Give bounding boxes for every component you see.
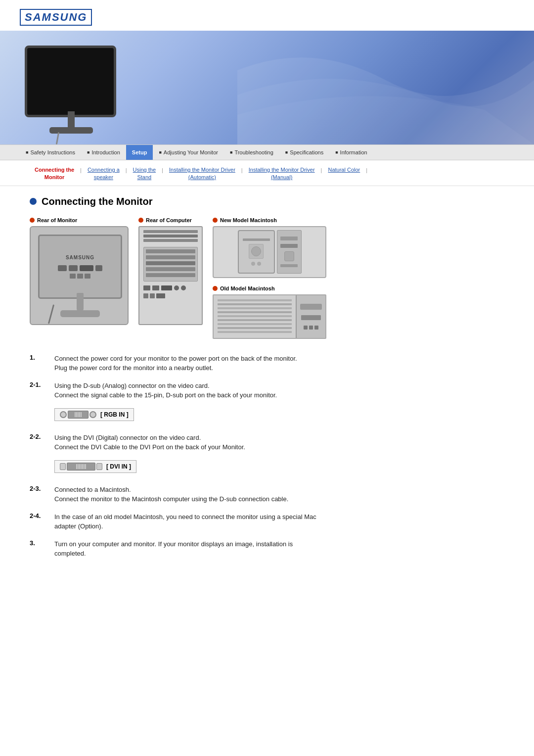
instruction-2-1-content: Using the D-sub (Analog) connector on th… bbox=[54, 381, 277, 425]
nav-adjusting-label: Adjusting Your Monitor bbox=[164, 149, 218, 155]
rear-computer-bullet bbox=[138, 218, 143, 223]
rgb-connector-row: [ RGB IN ] bbox=[54, 404, 277, 425]
rear-computer-label-row: Rear of Computer bbox=[138, 217, 192, 223]
nav-safety-label: Safety Instructions bbox=[30, 149, 75, 155]
title-bullet-icon bbox=[30, 198, 37, 205]
nav-specifications-label: Specifications bbox=[290, 149, 323, 155]
rear-monitor-label: Rear of Monitor bbox=[37, 217, 77, 223]
nav-bullet: ■ bbox=[285, 150, 288, 155]
samsung-logo: SAMSUNG bbox=[20, 9, 92, 26]
subnav-connecting-speaker[interactable]: Connecting aspeaker bbox=[83, 166, 125, 182]
subnav-installing-manual[interactable]: Installing the Monitor Driver(Manual) bbox=[244, 166, 320, 182]
instruction-1-num: 1. bbox=[30, 354, 44, 361]
nav-bullet: ■ bbox=[159, 150, 161, 155]
old-mac-bullet bbox=[213, 286, 218, 291]
nav-bullet: ■ bbox=[230, 150, 232, 155]
rgb-connector-box: [ RGB IN ] bbox=[54, 408, 134, 421]
macintosh-column: New Model Macintosh bbox=[213, 217, 326, 339]
rear-monitor-img: SAMSUNG bbox=[30, 226, 129, 325]
page-title-row: Connecting the Monitor bbox=[30, 196, 504, 207]
old-mac-label: Old Model Macintosh bbox=[220, 285, 275, 291]
instruction-2-2-content: Using the DVI (Digital) connector on the… bbox=[54, 433, 245, 477]
nav-introduction[interactable]: ■ Introduction bbox=[81, 145, 126, 160]
dvi-label: [ DVI IN ] bbox=[106, 463, 131, 470]
main-nav: ■ Safety Instructions ■ Introduction Set… bbox=[0, 144, 534, 160]
instruction-3-num: 3. bbox=[30, 539, 44, 547]
subnav-sep-2: | bbox=[125, 166, 128, 173]
rgb-connector-img bbox=[60, 411, 96, 419]
nav-setup[interactable]: Setup bbox=[126, 145, 153, 160]
subnav-natural-color[interactable]: Natural Color bbox=[323, 166, 365, 174]
instruction-2-3: 2-3. Connected to a Macintosh. Connect t… bbox=[30, 485, 504, 504]
banner-monitor-illustration bbox=[20, 41, 124, 144]
rear-monitor-section: Rear of Monitor SAMSUNG bbox=[30, 217, 129, 325]
nav-setup-label: Setup bbox=[132, 149, 147, 155]
page-header: SAMSUNG bbox=[0, 0, 534, 31]
new-mac-label: New Model Macintosh bbox=[220, 217, 277, 223]
instruction-1-text: Connect the power cord for your monitor … bbox=[54, 354, 297, 373]
page-title: Connecting the Monitor bbox=[42, 196, 152, 207]
instruction-2-1-text: Using the D-sub (Analog) connector on th… bbox=[54, 382, 277, 399]
dvi-connector-img bbox=[60, 463, 102, 471]
instruction-2-4-num: 2-4. bbox=[30, 512, 44, 520]
instruction-3-text: Turn on your computer and monitor. If yo… bbox=[54, 539, 293, 559]
instruction-2-1-num: 2-1. bbox=[30, 381, 44, 388]
nav-adjusting[interactable]: ■ Adjusting Your Monitor bbox=[153, 145, 224, 160]
new-mac-bullet bbox=[213, 218, 218, 223]
subnav-using-stand[interactable]: Using theStand bbox=[128, 166, 161, 182]
subnav-installing-auto[interactable]: Installing the Monitor Driver(Automatic) bbox=[164, 166, 240, 182]
instruction-2-4-text: In the case of an old model Macintosh, y… bbox=[54, 512, 316, 531]
subnav-connecting-monitor[interactable]: Connecting theMonitor bbox=[30, 166, 79, 182]
instruction-2-2-text: Using the DVI (Digital) connector on the… bbox=[54, 434, 245, 451]
nav-safety[interactable]: ■ Safety Instructions bbox=[20, 145, 81, 160]
banner-waves-svg bbox=[237, 31, 534, 144]
instruction-2-4: 2-4. In the case of an old model Macinto… bbox=[30, 512, 504, 531]
diagrams-row: Rear of Monitor SAMSUNG bbox=[30, 217, 504, 339]
instruction-3: 3. Turn on your computer and monitor. If… bbox=[30, 539, 504, 559]
new-mac-label-row: New Model Macintosh bbox=[213, 217, 277, 223]
instruction-2-1: 2-1. Using the D-sub (Analog) connector … bbox=[30, 381, 504, 425]
rear-computer-section: Rear of Computer bbox=[138, 217, 203, 325]
subnav-sep-3: | bbox=[161, 166, 164, 173]
subnav-sep-5: | bbox=[320, 166, 323, 173]
instruction-2-2-num: 2-2. bbox=[30, 433, 44, 440]
nav-bullet: ■ bbox=[87, 150, 89, 155]
instructions-list: 1. Connect the power cord for your monit… bbox=[30, 354, 504, 559]
monitor-brand-label: SAMSUNG bbox=[66, 255, 94, 260]
nav-introduction-label: Introduction bbox=[91, 149, 120, 155]
dvi-connector-row: [ DVI IN ] bbox=[54, 456, 245, 477]
rear-monitor-label-row: Rear of Monitor bbox=[30, 217, 77, 223]
old-mac-label-row: Old Model Macintosh bbox=[213, 285, 275, 291]
nav-bullet: ■ bbox=[335, 150, 338, 155]
sub-nav: Connecting theMonitor | Connecting aspea… bbox=[0, 160, 534, 186]
rgb-label: [ RGB IN ] bbox=[100, 411, 129, 418]
nav-information[interactable]: ■ Information bbox=[329, 145, 373, 160]
new-mac-section: New Model Macintosh bbox=[213, 217, 326, 278]
nav-bullet: ■ bbox=[26, 150, 28, 155]
rear-computer-label: Rear of Computer bbox=[146, 217, 192, 223]
rear-computer-img bbox=[138, 226, 203, 325]
instruction-2-2: 2-2. Using the DVI (Digital) connector o… bbox=[30, 433, 504, 477]
hero-banner bbox=[0, 31, 534, 144]
nav-specifications[interactable]: ■ Specifications bbox=[279, 145, 329, 160]
nav-troubleshooting[interactable]: ■ Troubleshooting bbox=[224, 145, 279, 160]
new-mac-img bbox=[213, 226, 326, 278]
subnav-sep-6: | bbox=[365, 166, 368, 173]
main-content: Connecting the Monitor Rear of Monitor S… bbox=[0, 186, 534, 586]
subnav-sep-1: | bbox=[79, 166, 83, 173]
nav-troubleshooting-label: Troubleshooting bbox=[234, 149, 273, 155]
instruction-2-3-num: 2-3. bbox=[30, 485, 44, 492]
old-mac-section: Old Model Macintosh bbox=[213, 285, 326, 339]
subnav-sep-4: | bbox=[240, 166, 244, 173]
nav-information-label: Information bbox=[340, 149, 367, 155]
instruction-1: 1. Connect the power cord for your monit… bbox=[30, 354, 504, 373]
old-mac-img bbox=[213, 294, 326, 339]
rear-monitor-bullet bbox=[30, 218, 35, 223]
dvi-connector-box: [ DVI IN ] bbox=[54, 460, 136, 473]
instruction-2-3-text: Connected to a Macintosh. Connect the mo… bbox=[54, 485, 288, 504]
